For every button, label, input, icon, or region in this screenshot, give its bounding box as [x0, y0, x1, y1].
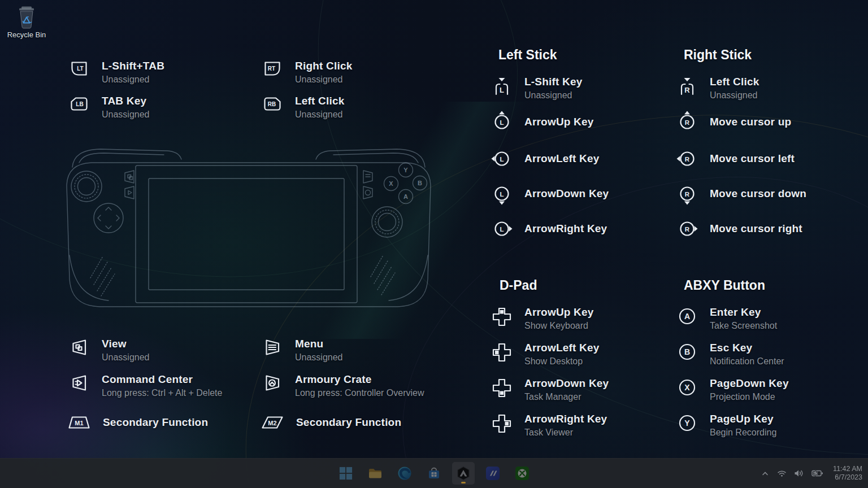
mapping-y-button: Y PageUp KeyBegin Recording	[676, 413, 776, 438]
mapping-label: L-Shift+TAB	[102, 60, 164, 72]
mapping-label: ArrowUp Key	[524, 306, 594, 319]
command-center-icon	[68, 373, 90, 393]
mapping-left-stick-left: L ArrowLeft Key	[491, 147, 599, 170]
svg-text:Y: Y	[684, 419, 690, 428]
mapping-sub: Long press: Controller Overview	[295, 388, 424, 398]
mapping-dpad-right: ArrowRight KeyTask Viewer	[491, 413, 607, 438]
mapping-sub: Show Desktop	[524, 356, 599, 367]
mapping-label: ArrowDown Key	[524, 188, 609, 200]
svg-text:LB: LB	[76, 101, 83, 107]
mapping-sub: Task Manager	[524, 392, 609, 402]
svg-text:R: R	[685, 119, 690, 126]
right-stick-press-icon: R	[676, 76, 698, 97]
mapping-x-button: X PageDown KeyProjection Mode	[676, 377, 789, 402]
mapping-label: Command Center	[102, 373, 222, 386]
mapping-rt: RT Right ClickUnassigned	[261, 60, 352, 85]
mapping-label: ArrowRight Key	[524, 413, 607, 425]
svg-text:R: R	[684, 86, 690, 94]
mapping-lb: LB TAB KeyUnassigned	[68, 95, 150, 120]
device-left-stick	[71, 171, 102, 202]
stick-right-icon: R	[676, 217, 698, 240]
stick-up-icon: L	[491, 111, 513, 133]
mapping-menu: MenuUnassigned	[261, 338, 343, 363]
mapping-m1: M1 Secondary Function	[67, 414, 208, 431]
mapping-label: Right Click	[295, 60, 352, 72]
svg-text:A: A	[684, 312, 690, 321]
mapping-sub: Unassigned	[295, 352, 343, 363]
a-button-icon: A	[676, 306, 698, 326]
recycle-bin[interactable]: Recycle Bin	[7, 3, 46, 39]
mapping-label: ArrowLeft Key	[524, 152, 599, 165]
start-button[interactable]	[335, 462, 357, 485]
mapping-sub: Take Screenshot	[710, 321, 777, 331]
mapping-sub: Begin Recording	[710, 428, 776, 438]
svg-text:L: L	[500, 156, 504, 163]
mapping-view: ViewUnassigned	[68, 338, 150, 363]
mapping-left-stick-right: L ArrowRight Key	[491, 217, 607, 240]
mapping-m2: M2 Secondary Function	[260, 414, 401, 431]
myasus-button[interactable]	[481, 462, 504, 485]
svg-text:L: L	[500, 86, 504, 94]
volume-icon[interactable]	[794, 469, 804, 477]
mapping-sub: Projection Mode	[710, 392, 789, 402]
stick-left-icon: L	[491, 147, 513, 170]
stick-left-icon: R	[676, 147, 698, 170]
mapping-sub: Unassigned	[102, 352, 150, 363]
lb-bumper-icon: LB	[68, 95, 90, 113]
edge-icon	[397, 466, 412, 481]
svg-text:RB: RB	[268, 101, 276, 107]
myasus-icon	[485, 466, 500, 481]
mapping-a-button: A Enter KeyTake Screenshot	[676, 306, 777, 331]
mapping-label: Secondary Function	[296, 416, 401, 429]
mapping-label: View	[102, 338, 150, 350]
svg-text:R: R	[685, 226, 690, 233]
microsoft-store-button[interactable]	[423, 462, 445, 485]
mapping-label: ArrowUp Key	[524, 116, 594, 128]
tray-time: 11:42 AM	[833, 465, 862, 473]
mapping-sub: Long press: Ctrl + Alt + Delete	[102, 388, 222, 398]
svg-text:X: X	[389, 180, 393, 187]
microsoft-store-icon	[427, 466, 441, 481]
svg-text:L: L	[500, 226, 504, 233]
wifi-icon[interactable]	[777, 469, 787, 477]
taskbar-clock[interactable]: 11:42 AM 6/7/2023	[833, 465, 862, 482]
mapping-label: Left Click	[295, 95, 345, 107]
armoury-crate-button[interactable]	[452, 462, 475, 485]
mapping-label: ArrowRight Key	[524, 223, 607, 235]
xbox-icon	[515, 466, 530, 481]
file-explorer-button[interactable]	[364, 462, 387, 485]
armoury-crate-icon	[456, 466, 471, 481]
b-button-icon: B	[676, 342, 698, 362]
mapping-label: Move cursor left	[710, 152, 795, 165]
m2-button-icon: M2	[260, 414, 285, 431]
mapping-right-stick-down: R Move cursor down	[676, 182, 806, 205]
right-shoulder-outline	[316, 149, 425, 167]
tray-chevron-up-icon[interactable]	[761, 469, 770, 477]
system-tray: 11:42 AM 6/7/2023	[761, 459, 862, 488]
rt-trigger-icon: RT	[261, 60, 284, 78]
device-command-center-button	[125, 186, 134, 199]
xbox-button[interactable]	[511, 462, 533, 485]
device-armoury-crate-button	[363, 186, 372, 199]
mapping-sub: Show Keyboard	[524, 321, 594, 331]
dpad-up-icon	[491, 306, 513, 328]
rb-bumper-icon: RB	[261, 95, 284, 113]
y-button-icon: Y	[676, 413, 698, 433]
mapping-command-center: Command CenterLong press: Ctrl + Alt + D…	[68, 373, 222, 398]
svg-text:Y: Y	[403, 167, 408, 173]
mapping-right-stick-up: R Move cursor up	[676, 111, 791, 133]
m1-button-icon: M1	[67, 414, 92, 431]
mapping-right-stick-press: R Left ClickUnassigned	[676, 76, 760, 101]
device-screen	[136, 165, 357, 303]
mapping-label: L-Shift Key	[524, 76, 582, 88]
mapping-label: TAB Key	[102, 95, 150, 107]
mapping-sub: Task Viewer	[524, 428, 607, 438]
mapping-sub: Unassigned	[295, 110, 345, 120]
mapping-b-button: B Esc KeyNotification Center	[676, 342, 784, 367]
svg-text:M2: M2	[268, 420, 276, 426]
edge-button[interactable]	[393, 462, 416, 485]
menu-button-icon	[261, 338, 284, 357]
battery-charging-icon[interactable]	[811, 469, 823, 477]
desktop: Y X B A Recycle Bin LT L-Shift+TABUnassi…	[0, 0, 868, 488]
svg-text:R: R	[685, 156, 690, 163]
